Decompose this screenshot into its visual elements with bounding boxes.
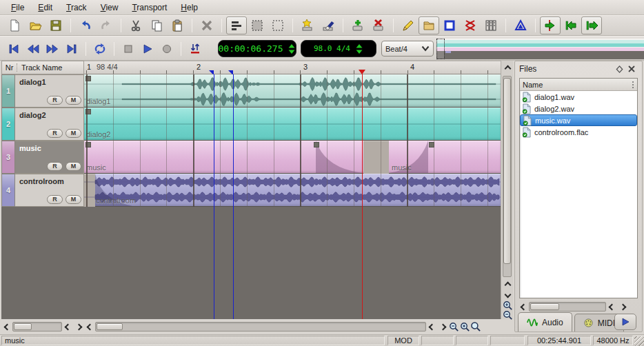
selection-box-button[interactable] — [439, 17, 460, 34]
tl-scroll-thumb[interactable] — [97, 323, 123, 330]
new-file-button[interactable] — [4, 17, 25, 34]
record-toggle[interactable]: R — [47, 129, 63, 138]
snap-button[interactable] — [185, 39, 205, 59]
column-menu-icon[interactable] — [632, 81, 634, 89]
vertical-zoom-out-button[interactable] — [502, 310, 513, 320]
trackpanel-hscrollbar[interactable] — [1, 319, 84, 334]
spinner-icon[interactable] — [288, 43, 296, 55]
open-file-button[interactable] — [25, 17, 46, 34]
cut-button[interactable] — [125, 17, 146, 34]
clip-handle[interactable] — [85, 142, 91, 147]
menu-file[interactable]: File — [4, 1, 31, 14]
rewind-button[interactable] — [23, 39, 43, 59]
file-list-header[interactable]: Name — [520, 79, 637, 91]
session-overview[interactable] — [436, 39, 644, 59]
skip-to-start-button[interactable] — [4, 39, 23, 59]
track-number[interactable]: 2 — [1, 108, 15, 141]
vscroll-thumb[interactable] — [503, 78, 511, 264]
track-lane-controlroom[interactable]: controlroom — [84, 174, 501, 207]
files-scroll-thumb[interactable] — [530, 303, 559, 310]
stop-button[interactable] — [119, 39, 138, 59]
draw-pencil-button[interactable] — [398, 17, 419, 34]
zoom-tool-button[interactable] — [470, 320, 481, 333]
remove-track-button[interactable] — [368, 17, 389, 34]
track-number[interactable]: 4 — [1, 174, 15, 207]
undo-button[interactable] — [75, 17, 96, 34]
object-select-button[interactable] — [268, 17, 288, 34]
tl-scroll-left-2[interactable] — [426, 320, 437, 333]
preview-play-button[interactable] — [614, 314, 636, 330]
track-header-dialog2[interactable]: 2dialog2RM — [1, 108, 84, 141]
add-track-button[interactable] — [348, 17, 368, 34]
skip-to-end-button[interactable] — [62, 39, 81, 59]
snap-mode-combobox[interactable]: Beat/4 — [381, 41, 434, 57]
files-panel-titlebar[interactable]: Files — [515, 61, 642, 77]
delete-button[interactable] — [197, 17, 217, 34]
timeline-ruler[interactable]: 1 98 4/4 234 — [84, 61, 501, 74]
region-select-button[interactable] — [247, 17, 268, 34]
redo-button[interactable] — [96, 17, 117, 34]
edit-mode-button[interactable] — [226, 17, 247, 34]
scroll-down-button[interactable] — [502, 289, 513, 299]
tp-scroll-thumb[interactable] — [14, 323, 32, 330]
timeline-vertical-scrollbar[interactable] — [501, 61, 513, 319]
tp-scroll-right[interactable] — [73, 320, 84, 333]
overview-viewport[interactable] — [436, 39, 445, 59]
clip-handle[interactable] — [85, 109, 91, 114]
split-clip-button[interactable] — [460, 17, 481, 34]
metronome-button[interactable] — [510, 17, 531, 34]
float-panel-button[interactable] — [613, 63, 625, 74]
file-row-controlroom.flac[interactable]: controlroom.flac — [520, 126, 637, 138]
track-header-controlroom[interactable]: 4controlroomRM — [1, 174, 84, 207]
tempo-display[interactable]: 98.0 4/4 — [301, 40, 376, 57]
mute-toggle[interactable]: M — [66, 162, 81, 171]
record-toggle[interactable]: R — [47, 162, 63, 171]
clip-handle[interactable] — [314, 142, 319, 147]
scroll-up-button[interactable] — [502, 63, 513, 73]
zoom-in-button[interactable] — [459, 320, 470, 333]
file-row-dialog2.wav[interactable]: dialog2.wav — [520, 103, 637, 114]
paste-button[interactable] — [167, 17, 188, 34]
vertical-zoom-in-button[interactable] — [502, 301, 513, 310]
close-panel-button[interactable] — [625, 63, 638, 74]
file-row-music.wav[interactable]: music.wav — [520, 114, 637, 126]
goto-start-button[interactable] — [561, 17, 581, 34]
menu-view[interactable]: View — [94, 1, 125, 14]
time-display[interactable]: 00:00:06.275 — [218, 40, 296, 57]
files-scroll-left[interactable] — [518, 301, 529, 313]
goto-end-button[interactable] — [581, 17, 602, 34]
zoom-out-button[interactable] — [448, 320, 459, 333]
tl-scroll-right[interactable] — [437, 320, 448, 333]
record-toggle[interactable]: R — [47, 96, 63, 105]
timeline-hscrollbar[interactable] — [84, 319, 513, 334]
mute-toggle[interactable]: M — [66, 129, 81, 138]
menu-edit[interactable]: Edit — [31, 1, 59, 14]
menu-help[interactable]: Help — [174, 1, 205, 14]
loop-button[interactable] — [90, 39, 110, 59]
import-folder-button[interactable] — [419, 17, 439, 34]
track-lane-dialog2[interactable]: dialog2 — [84, 108, 501, 141]
clip-handle[interactable] — [429, 142, 434, 147]
file-row-dialog1.wav[interactable]: dialog1.wav — [520, 91, 637, 103]
save-file-button[interactable] — [46, 17, 66, 34]
copy-button[interactable] — [146, 17, 167, 34]
record-button[interactable] — [157, 39, 177, 59]
menu-transport[interactable]: Transport — [125, 1, 174, 14]
track-header-dialog1[interactable]: 1dialog1RM — [1, 74, 84, 108]
track-number[interactable]: 3 — [1, 141, 15, 174]
tp-scroll-left[interactable] — [1, 320, 12, 333]
mute-toggle[interactable]: M — [66, 195, 81, 204]
record-toggle[interactable]: R — [47, 195, 63, 204]
track-header-music[interactable]: 3musicRM — [1, 141, 84, 174]
timeline-area[interactable]: 1 98 4/4 234 dialog1dialog2musicmusiccon… — [84, 61, 501, 319]
files-scroll-left-2[interactable] — [606, 301, 617, 313]
track-lane-dialog1[interactable]: dialog1 — [84, 74, 501, 108]
goto-playhead-button[interactable] — [540, 17, 561, 34]
files-hscrollbar[interactable] — [518, 300, 641, 314]
eraser-button[interactable] — [318, 17, 339, 34]
new-sheet-button[interactable] — [297, 17, 318, 34]
files-scroll-right[interactable] — [617, 301, 628, 313]
bus-grid-button[interactable] — [481, 17, 501, 34]
track-lane-music[interactable]: musicmusic — [84, 141, 501, 174]
tl-scroll-left[interactable] — [84, 320, 95, 333]
